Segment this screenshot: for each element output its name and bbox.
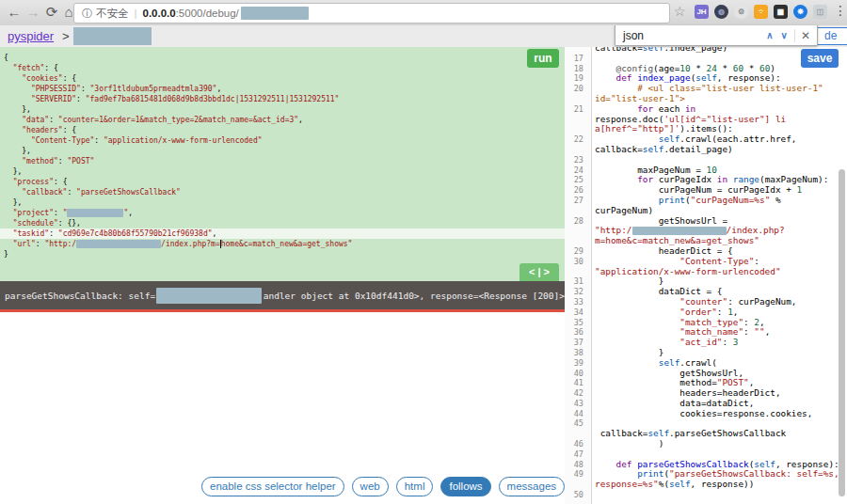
pyspider-home-link[interactable]: pyspider	[8, 29, 54, 43]
json-line: "method": "POST"	[0, 156, 565, 166]
extension-dark-circle-icon[interactable]: ◍	[714, 5, 728, 19]
code-text: )	[592, 439, 847, 449]
python-code-lines: callback=self.index_page)1718 @config(ag…	[565, 47, 847, 500]
code-text: "match_type": 2,	[592, 318, 847, 328]
line-number: 40	[565, 369, 592, 379]
code-line: 28 getShowsUrl =	[565, 216, 847, 227]
extension-gear-icon[interactable]: ⚙	[734, 5, 748, 19]
json-line: "url": "http://index.php?m=home&c=match_…	[0, 239, 565, 249]
json-line: "cookies": {	[0, 73, 565, 84]
line-number: 38	[565, 348, 592, 358]
code-line: 32 dataDict = {	[565, 287, 847, 297]
code-line: 29 headerDict = {	[565, 246, 847, 257]
callback-output-bar: parseGetShowsCallback: self= andler obje…	[0, 281, 565, 312]
tab-follows[interactable]: follows	[440, 477, 490, 496]
code-line: 41 method="POST",	[565, 378, 847, 388]
line-number: 47	[565, 449, 592, 460]
find-query-input[interactable]: json	[615, 29, 762, 42]
code-line: 25 for curPageIdx in range(maxPageNum):	[565, 175, 847, 185]
code-text: "order": 1,	[592, 307, 847, 318]
task-prev-next-buttons[interactable]: < | >	[519, 263, 559, 281]
code-text	[592, 418, 847, 429]
extension-blue-circle-icon[interactable]: ❋	[793, 5, 807, 19]
line-number: 31	[565, 276, 592, 287]
tab-html[interactable]: html	[396, 477, 434, 496]
line-number	[565, 115, 592, 125]
task-json-lines: { "fetch": { "cookies": { "PHPSESSID": "…	[0, 53, 565, 260]
line-number: 44	[565, 409, 592, 419]
code-line: 48 def parseGetShowsCallback(self, respo…	[565, 460, 847, 470]
line-number	[565, 124, 592, 134]
line-number	[565, 226, 592, 236]
extension-jh-icon[interactable]: JH	[695, 5, 709, 19]
save-button[interactable]: save	[801, 49, 839, 68]
url-redaction-box	[241, 7, 309, 20]
line-number: 42	[565, 388, 592, 399]
line-number: 19	[565, 73, 592, 84]
line-number: 39	[565, 358, 592, 369]
extension-qr-icon[interactable]: ▦	[774, 5, 788, 19]
json-line: "headers": {	[0, 125, 565, 135]
browser-toolbar: ← → ⟳ ⌂ ⓘ 不安全 | 0.0.0.0 :5000/debug/ ☆ J…	[0, 0, 847, 26]
code-text: a[href^="http"]').items():	[592, 124, 847, 134]
run-button[interactable]: run	[527, 49, 559, 68]
json-line: "fetch": {	[0, 63, 565, 73]
browser-menu-icon[interactable]: ⋮	[834, 3, 847, 18]
find-previous-icon[interactable]: ∧	[762, 30, 776, 40]
code-text: callback=self.parseGetShowsCallback	[592, 429, 847, 439]
url-path: :5000/debug/	[176, 8, 239, 19]
find-in-page-bar[interactable]: json ∧ ∨ ✕	[615, 25, 818, 46]
reload-icon[interactable]: ⟳	[43, 3, 60, 22]
editor-scrollbar[interactable]	[839, 169, 845, 496]
code-text: "http://index.php?	[592, 226, 847, 236]
script-editor-panel[interactable]: callback=self.index_page)1718 @config(ag…	[565, 47, 847, 504]
output-redaction-box	[156, 288, 262, 304]
extension-orange-icon[interactable]: ⁘	[754, 5, 768, 19]
url-host: 0.0.0.0	[143, 8, 176, 19]
left-panel: { "fetch": { "cookies": { "PHPSESSID": "…	[0, 47, 565, 504]
json-line: "schedule": {},	[0, 218, 565, 228]
json-line: "data": "counter=1&order=1&match_type=2&…	[0, 115, 565, 125]
json-line: }	[0, 249, 565, 260]
code-line: 19 def index_page(self, response):	[565, 73, 847, 84]
code-text: for each in	[592, 104, 847, 115]
json-line: "callback": "parseGetShowsCallback"	[0, 187, 565, 197]
code-line: 30 "Content-Type":	[565, 257, 847, 267]
tab-enable-css-selector-helper[interactable]: enable css selector helper	[201, 477, 344, 496]
url-divider: |	[135, 8, 137, 19]
code-line: response.doc('ul[id^="list-user"] li	[565, 115, 847, 125]
line-number: 45	[565, 418, 592, 429]
security-label: 不安全	[96, 7, 129, 21]
back-icon[interactable]: ←	[6, 3, 23, 22]
tab-messages[interactable]: messages	[499, 477, 565, 496]
code-line: 44 cookies=response.cookies,	[565, 409, 847, 419]
address-bar[interactable]: ⓘ 不安全 | 0.0.0.0 :5000/debug/	[73, 3, 670, 24]
line-number: 37	[565, 338, 592, 348]
output-text-before: parseGetShowsCallback: self=	[5, 291, 155, 301]
code-line: 50	[565, 490, 847, 500]
code-line: 46 )	[565, 439, 847, 449]
line-number: 24	[565, 165, 592, 176]
code-text: # <ul class="list-user list-user-1"	[592, 84, 847, 94]
json-line: "process": {	[0, 177, 565, 187]
bookmark-star-icon[interactable]: ☆	[674, 4, 686, 19]
find-next-icon[interactable]: ∨	[777, 30, 791, 40]
tab-web[interactable]: web	[352, 477, 389, 496]
code-line: 38 }	[565, 348, 847, 358]
code-line: 33 "counter": curPageNum,	[565, 297, 847, 307]
partially-hidden-button[interactable]: de	[815, 27, 847, 45]
extension-disabled-icon[interactable]: ◫	[813, 5, 827, 19]
code-line: 36 "match_name": "",	[565, 327, 847, 338]
line-number	[565, 429, 592, 439]
breadcrumb-separator: >	[62, 29, 70, 43]
code-line: 45	[565, 418, 847, 429]
task-json-editor[interactable]: { "fetch": { "cookies": { "PHPSESSID": "…	[0, 47, 565, 282]
code-text: headers=headerDict,	[592, 388, 847, 399]
code-line: 24 maxPageNum = 10	[565, 165, 847, 176]
code-line: 34 "order": 1,	[565, 307, 847, 318]
code-text: response.doc('ul[id^="list-user"] li	[592, 115, 847, 125]
code-line: 20 # <ul class="list-user list-user-1"	[565, 84, 847, 94]
find-close-icon[interactable]: ✕	[798, 29, 817, 42]
line-number: 36	[565, 327, 592, 338]
security-info-icon[interactable]: ⓘ	[82, 7, 92, 21]
